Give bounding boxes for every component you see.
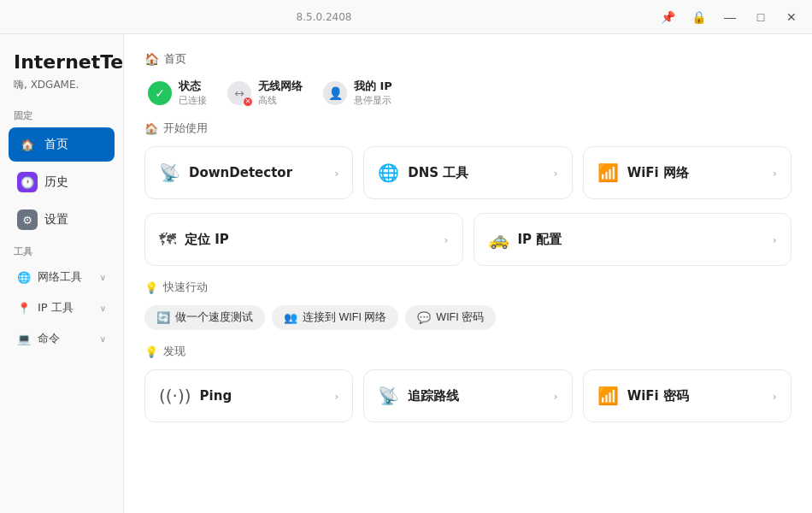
card-downdetector[interactable]: 📡 DownDetector › — [144, 146, 353, 199]
locate-ip-arrow: › — [444, 233, 448, 246]
dns-label: DNS 工具 — [408, 165, 468, 181]
wifi-network-arrow: › — [773, 167, 777, 180]
tools-section-label: 工具 — [9, 240, 115, 260]
ip-config-label: IP 配置 — [518, 232, 562, 248]
ip-icon: 📍 — [17, 302, 31, 315]
card-ip-config[interactable]: 🚕 IP 配置 › — [474, 213, 792, 266]
quick-btn-speedtest[interactable]: 🔄 做一个速度测试 — [144, 305, 265, 330]
ping-icon: ((·)) — [159, 386, 191, 406]
traceroute-arrow: › — [553, 390, 557, 403]
traceroute-icon: 📡 — [378, 386, 399, 406]
sidebar-item-settings[interactable]: ⚙ 设置 — [9, 203, 115, 237]
wifi-password2-label: WiFi 密码 — [627, 388, 689, 404]
chevron-down-icon-ip: ∨ — [100, 304, 106, 313]
quick-actions-list: 🔄 做一个速度测试 👥 连接到 WIFI 网络 💬 WIFI 密码 — [144, 305, 791, 330]
sidebar-home-label: 首页 — [44, 137, 68, 152]
wifi-network-icon: 📶 — [597, 162, 619, 183]
myip-icon: 👤 — [323, 81, 347, 105]
status-myip-sub: 悬停显示 — [354, 94, 392, 107]
card-dns[interactable]: 🌐 DNS 工具 › — [363, 146, 572, 199]
locate-ip-icon: 🗺 — [159, 229, 176, 250]
sidebar-item-history[interactable]: 🕐 历史 — [9, 165, 115, 199]
tool-cards-row1: 📡 DownDetector › 🌐 DNS 工具 › 📶 WiFi 网络 › — [144, 146, 791, 199]
status-connected[interactable]: ✓ 状态 已连接 — [148, 79, 207, 107]
card-traceroute[interactable]: 📡 追踪路线 › — [363, 369, 572, 422]
locate-ip-label: 定位 IP — [185, 232, 229, 248]
discover-section: 💡 发现 — [144, 344, 791, 359]
breadcrumb-label: 首页 — [164, 51, 186, 67]
cmd-label: 命令 — [38, 331, 60, 346]
wifi-network-label: WiFi 网络 — [627, 165, 689, 181]
quick-actions-icon: 💡 — [144, 281, 158, 294]
status-wifi[interactable]: ↔ ✕ 无线网络 高线 — [227, 79, 303, 107]
fixed-section-label: 固定 — [9, 104, 115, 124]
wifi-password-quick-icon: 💬 — [417, 311, 431, 324]
speedtest-icon: 🔄 — [156, 311, 170, 324]
dns-icon: 🌐 — [378, 162, 399, 183]
breadcrumb: 🏠 首页 — [144, 51, 791, 67]
window-controls: 📌 🔒 — □ ✕ — [655, 5, 805, 29]
status-myip[interactable]: 👤 我的 IP 悬停显示 — [323, 79, 392, 107]
speedtest-label: 做一个速度测试 — [175, 310, 253, 325]
connect-wifi-icon: 👥 — [284, 311, 297, 324]
status-connected-label: 状态 — [179, 79, 207, 94]
wifi-password-quick-label: WIFI 密码 — [436, 310, 484, 325]
connected-icon: ✓ — [148, 81, 172, 105]
minimize-button[interactable]: — — [716, 5, 744, 29]
card-ping[interactable]: ((·)) Ping › — [144, 369, 353, 422]
sidebar-item-home[interactable]: 🏠 首页 — [9, 127, 115, 162]
ip-config-arrow: › — [773, 233, 777, 246]
wifi-password2-arrow: › — [773, 390, 777, 403]
titlebar: 8.5.0.2408 📌 🔒 — □ ✕ — [0, 0, 812, 34]
downdetector-label: DownDetector — [189, 165, 292, 180]
ip-label: IP 工具 — [38, 300, 74, 315]
offline-badge: ✕ — [243, 97, 253, 107]
sidebar-history-label: 历史 — [44, 174, 68, 190]
downdetector-arrow: › — [334, 167, 338, 180]
connect-wifi-label: 连接到 WIFI 网络 — [303, 310, 386, 325]
network-label: 网络工具 — [38, 269, 82, 285]
status-bar: ✓ 状态 已连接 ↔ ✕ 无线网络 高线 👤 — [144, 79, 791, 107]
get-started-label: 开始使用 — [163, 121, 208, 136]
quick-btn-wifi-password[interactable]: 💬 WIFI 密码 — [405, 305, 496, 330]
wifi-password2-icon: 📶 — [597, 386, 619, 406]
sidebar-item-cmd[interactable]: 💻 命令 ∨ — [9, 325, 115, 352]
discover-label: 发现 — [163, 344, 185, 359]
card-wifi-password2[interactable]: 📶 WiFi 密码 › — [583, 369, 791, 422]
chevron-down-icon: ∨ — [100, 273, 106, 282]
status-connected-sub: 已连接 — [179, 94, 207, 107]
status-myip-label: 我的 IP — [354, 79, 392, 94]
main-content: 🏠 首页 ✓ 状态 已连接 ↔ ✕ 无线网络 高线 — [124, 34, 812, 513]
history-icon: 🕐 — [17, 172, 38, 192]
tool-cards-row2: 🗺 定位 IP › 🚕 IP 配置 › — [144, 213, 791, 266]
lock-button[interactable]: 🔒 — [685, 5, 713, 29]
chevron-down-icon-cmd: ∨ — [100, 334, 106, 344]
home-icon: 🏠 — [17, 134, 38, 155]
ping-arrow: › — [334, 390, 338, 403]
breadcrumb-home-icon: 🏠 — [144, 52, 159, 66]
close-button[interactable]: ✕ — [778, 5, 805, 29]
card-locate-ip[interactable]: 🗺 定位 IP › — [144, 213, 463, 266]
maximize-button[interactable]: □ — [747, 5, 774, 29]
quick-btn-connect-wifi[interactable]: 👥 连接到 WIFI 网络 — [272, 305, 398, 330]
quick-actions-label: 快速行动 — [163, 280, 208, 295]
quick-actions-section: 💡 快速行动 — [144, 280, 791, 295]
discover-cards: ((·)) Ping › 📡 追踪路线 › 📶 WiFi 密码 › — [144, 369, 791, 422]
discover-icon: 💡 — [144, 345, 158, 358]
sidebar-settings-label: 设置 — [44, 212, 68, 227]
pin-button[interactable]: 📌 — [655, 5, 682, 29]
network-icon: 🌐 — [17, 271, 31, 284]
status-wifi-label: 无线网络 — [258, 79, 303, 94]
sidebar-item-ip[interactable]: 📍 IP 工具 ∨ — [9, 294, 115, 321]
traceroute-label: 追踪路线 — [408, 388, 459, 404]
get-started-section: 🏠 开始使用 — [144, 121, 791, 136]
sidebar-item-network[interactable]: 🌐 网络工具 ∨ — [9, 263, 115, 291]
downdetector-icon: 📡 — [159, 162, 180, 183]
sidebar: InternetTest 嗨, XDGAME. 固定 🏠 首页 🕐 历史 ⚙ 设… — [0, 34, 124, 513]
dns-arrow: › — [553, 167, 557, 180]
app-title: InternetTest — [9, 51, 115, 73]
ping-label: Ping — [200, 388, 232, 404]
get-started-icon: 🏠 — [144, 122, 158, 135]
status-wifi-sub: 高线 — [258, 94, 303, 107]
card-wifi-network[interactable]: 📶 WiFi 网络 › — [583, 146, 791, 199]
